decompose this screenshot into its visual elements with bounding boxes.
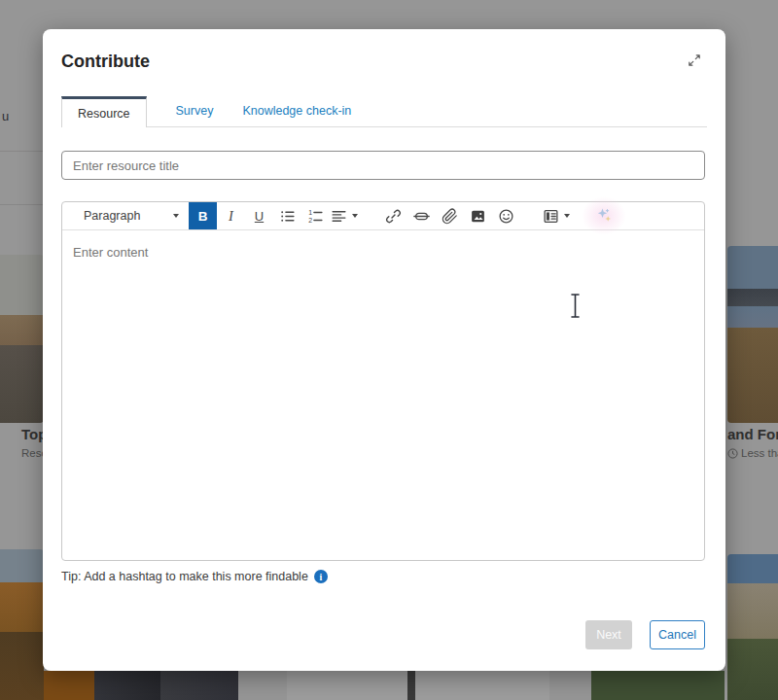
numbered-list-button[interactable]: 1 2	[301, 202, 330, 229]
background-card-image-waterfront	[0, 255, 44, 423]
insert-emoji-button[interactable]	[492, 202, 520, 229]
chevron-down-icon	[352, 214, 358, 218]
editor-toolbar: Paragraph B I U 1 2	[62, 202, 704, 230]
insert-link-button[interactable]	[379, 202, 407, 229]
expand-icon	[687, 52, 702, 68]
link-icon	[385, 208, 402, 225]
contribute-dialog: Contribute Resource Survey Knowledge che…	[43, 29, 725, 671]
ai-assist-button[interactable]	[589, 202, 618, 229]
text-cursor	[569, 293, 582, 319]
info-icon[interactable]: i	[314, 570, 328, 583]
bullet-list-button[interactable]	[273, 202, 301, 229]
background-card-image-stone-bridge	[727, 554, 778, 700]
align-left-icon	[331, 208, 347, 225]
layout-icon	[543, 208, 559, 225]
italic-button[interactable]: I	[217, 202, 245, 229]
sparkles-icon	[594, 206, 614, 226]
tab-knowledge-check-in[interactable]: Knowledge check-in	[242, 104, 351, 118]
background-card-image-traffic	[44, 671, 238, 700]
background-card-meta-text: Less than	[741, 447, 778, 459]
hashtag-tip-text: Tip: Add a hashtag to make this more fin…	[61, 570, 308, 583]
divider-icon	[413, 208, 430, 225]
background-card-image-arch-bridge	[727, 246, 778, 423]
tab-resource-label: Resource	[78, 107, 130, 121]
resource-title-input[interactable]	[61, 151, 705, 180]
cancel-button[interactable]: Cancel	[650, 620, 705, 649]
paragraph-style-label: Paragraph	[84, 209, 140, 223]
tab-resource[interactable]: Resource	[61, 96, 147, 127]
underline-button[interactable]: U	[245, 202, 273, 229]
image-icon	[470, 208, 486, 225]
page-background: u Top Reso and For Less than Contribute …	[0, 0, 778, 700]
next-button[interactable]: Next	[585, 620, 632, 649]
bullet-list-icon	[279, 208, 296, 225]
background-card-title: and For	[727, 426, 778, 442]
chevron-down-icon	[564, 214, 570, 218]
insert-divider-button[interactable]	[407, 202, 436, 229]
background-card-image-ferry	[0, 549, 44, 700]
hashtag-tip: Tip: Add a hashtag to make this more fin…	[61, 570, 328, 583]
editor-content-area[interactable]: Enter content	[62, 230, 704, 561]
emoji-icon	[498, 208, 514, 225]
attach-file-button[interactable]	[436, 202, 464, 229]
svg-text:2: 2	[308, 216, 312, 223]
svg-text:1: 1	[308, 208, 312, 215]
clock-icon	[727, 448, 738, 459]
background-nav-text-fragment: u	[2, 109, 9, 123]
background-card-meta: Less than	[727, 447, 778, 459]
rich-text-editor: Paragraph B I U 1 2	[61, 201, 705, 561]
format-template-dropdown[interactable]	[542, 202, 570, 229]
editor-placeholder: Enter content	[73, 245, 148, 260]
text-align-dropdown[interactable]	[330, 202, 358, 229]
chevron-down-icon	[173, 214, 179, 218]
background-card-image-bridge-deck	[287, 671, 549, 700]
dialog-tab-bar: Resource Survey Knowledge check-in	[61, 97, 707, 127]
background-divider	[0, 204, 43, 205]
background-divider	[0, 151, 43, 152]
numbered-list-icon: 1 2	[307, 208, 324, 225]
insert-image-button[interactable]	[464, 202, 492, 229]
dialog-title: Contribute	[61, 52, 150, 72]
tab-survey[interactable]: Survey	[176, 104, 214, 118]
expand-dialog-button[interactable]	[685, 51, 704, 70]
bold-button[interactable]: B	[189, 202, 217, 229]
paragraph-style-dropdown[interactable]: Paragraph	[72, 202, 187, 229]
background-card-image-forest	[591, 671, 725, 700]
paperclip-icon	[442, 208, 458, 225]
